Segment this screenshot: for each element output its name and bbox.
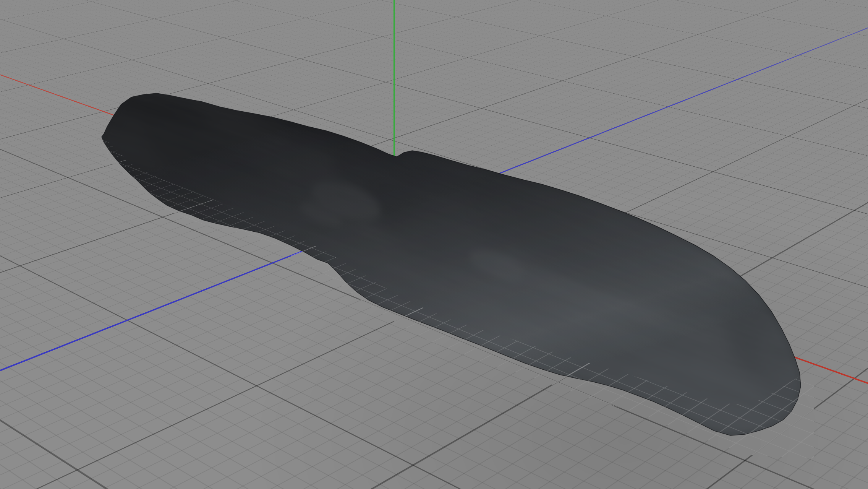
viewport-3d[interactable]	[0, 0, 868, 489]
asteroid-object[interactable]	[0, 0, 868, 489]
